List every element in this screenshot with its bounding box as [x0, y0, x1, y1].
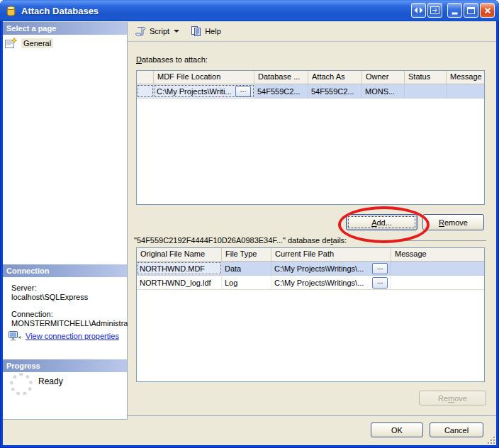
connection-value: MONSTERMITCHELL\Administra	[11, 319, 128, 327]
resize-grip-icon[interactable]	[485, 434, 495, 444]
sidebar-item-label: General	[21, 38, 53, 48]
col-header-mdf-file-location[interactable]: MDF File Location	[154, 71, 254, 84]
select-a-page-header: Select a page	[3, 22, 127, 35]
cell-file-type[interactable]: Log	[222, 276, 271, 289]
help-label: Help	[205, 27, 221, 35]
computer-icon	[9, 330, 21, 342]
database-icon	[5, 5, 17, 17]
dialog-content: Select a page General Connection Server:…	[3, 21, 496, 445]
cell-original-file-name[interactable]: NORTHWND.MDF	[137, 262, 222, 275]
row-selector-cell[interactable]	[137, 84, 154, 98]
window-title: Attach Databases	[21, 6, 99, 16]
col-header-message[interactable]: Message	[391, 248, 484, 261]
col-header-owner[interactable]: Owner	[362, 71, 405, 84]
help-pages-icon	[191, 26, 202, 37]
cancel-button[interactable]: Cancel	[430, 422, 483, 437]
sidebar-item-general[interactable]: General	[5, 38, 53, 49]
footer-divider	[128, 415, 496, 416]
server-label: Server:	[11, 284, 36, 292]
col-header-attach-as[interactable]: Attach As	[308, 71, 362, 84]
cell-file-type[interactable]: Data	[222, 262, 271, 275]
col-header-selector[interactable]	[137, 71, 154, 84]
help-button[interactable]: Help	[189, 25, 223, 38]
attach-table-header-row: MDF File Location Database ... Attach As…	[137, 71, 484, 84]
browse-button[interactable]: ...	[372, 263, 388, 274]
cell-database[interactable]: 54F559C2...	[254, 84, 308, 98]
remove-details-button[interactable]: Remove	[419, 391, 486, 405]
cell-original-file-name[interactable]: NORTHWND_log.ldf	[137, 276, 222, 289]
window-controls	[411, 3, 495, 18]
maximize-icon	[467, 7, 475, 14]
toolbar: Script Help	[128, 21, 496, 42]
connection-label: Connection:	[11, 310, 53, 318]
scroll-icon	[135, 26, 147, 37]
col-header-status[interactable]: Status	[405, 71, 447, 84]
cell-attach-as[interactable]: 54F559C2...	[308, 84, 362, 98]
table-row[interactable]: C:\My Projects\Writi... ... 54F559C2... …	[137, 84, 484, 99]
col-header-current-file-path[interactable]: Current File Path	[271, 248, 391, 261]
col-header-file-type[interactable]: File Type	[222, 248, 271, 261]
titlebar[interactable]: Attach Databases	[0, 0, 499, 21]
cell-message[interactable]	[391, 262, 484, 275]
browse-button[interactable]: ...	[235, 86, 251, 97]
ok-button[interactable]: OK	[371, 422, 423, 437]
view-connection-properties-link[interactable]: View connection properties	[9, 330, 119, 342]
file-path-text: C:\My Projects\Writings\...	[274, 264, 364, 273]
main-panel: Script Help Databases to atta	[128, 21, 496, 445]
attach-databases-table: MDF File Location Database ... Attach As…	[136, 70, 485, 205]
table-row[interactable]: NORTHWND.MDF Data C:\My Projects\Writing…	[137, 262, 484, 276]
connection-header: Connection	[3, 264, 127, 277]
details-separator-line	[366, 240, 486, 241]
minimize-icon	[452, 12, 458, 15]
page-properties-icon	[5, 38, 18, 49]
browse-button[interactable]: ...	[372, 277, 388, 289]
close-icon	[484, 7, 491, 14]
maximize-button[interactable]	[464, 3, 478, 18]
remove-button[interactable]: Remove	[422, 214, 484, 230]
cell-message[interactable]	[391, 276, 484, 289]
spinner-icon	[10, 373, 33, 396]
databases-to-attach-label: Databases to attach:	[136, 55, 208, 64]
script-label: Script	[150, 27, 169, 35]
database-details-table: Original File Name File Type Current Fil…	[136, 247, 485, 382]
cell-status[interactable]	[405, 84, 447, 98]
col-header-original-file-name[interactable]: Original File Name	[137, 248, 222, 261]
undock-button[interactable]	[427, 3, 442, 18]
details-table-header-row: Original File Name File Type Current Fil…	[137, 248, 484, 262]
add-button[interactable]: Add...	[346, 214, 417, 230]
dock-arrows-button[interactable]	[411, 3, 426, 18]
mdf-path-text: C:\My Projects\Writi...	[157, 87, 232, 96]
table-row[interactable]: NORTHWND_log.ldf Log C:\My Projects\Writ…	[137, 276, 484, 290]
cell-mdf-file-location[interactable]: C:\My Projects\Writi... ...	[154, 84, 254, 98]
col-header-database[interactable]: Database ...	[254, 71, 308, 84]
cell-current-file-path[interactable]: C:\My Projects\Writings\... ...	[271, 276, 391, 289]
file-path-text: C:\My Projects\Writings\...	[274, 279, 364, 287]
server-value: localhost\SQLExpress	[11, 293, 88, 301]
col-header-message[interactable]: Message	[447, 71, 484, 84]
link-label: View connection properties	[26, 332, 119, 340]
cell-owner[interactable]: MONS...	[362, 84, 405, 98]
progress-status: Ready	[38, 376, 63, 386]
minimize-button[interactable]	[447, 3, 462, 18]
cell-current-file-path[interactable]: C:\My Projects\Writings\... ...	[271, 262, 391, 275]
attach-databases-dialog: Attach Databases	[0, 0, 499, 448]
script-button[interactable]: Script	[133, 25, 181, 38]
chevron-down-icon	[174, 30, 179, 33]
cell-message[interactable]	[447, 84, 484, 98]
sidebar: Select a page General Connection Server:…	[3, 22, 128, 420]
undock-icon	[430, 6, 439, 14]
progress-header: Progress	[3, 359, 127, 372]
close-button[interactable]	[480, 3, 495, 18]
database-details-label: "54F559C2192F4444F10D26A0983E34F..." dat…	[134, 236, 347, 245]
dock-arrows-icon	[414, 7, 423, 13]
